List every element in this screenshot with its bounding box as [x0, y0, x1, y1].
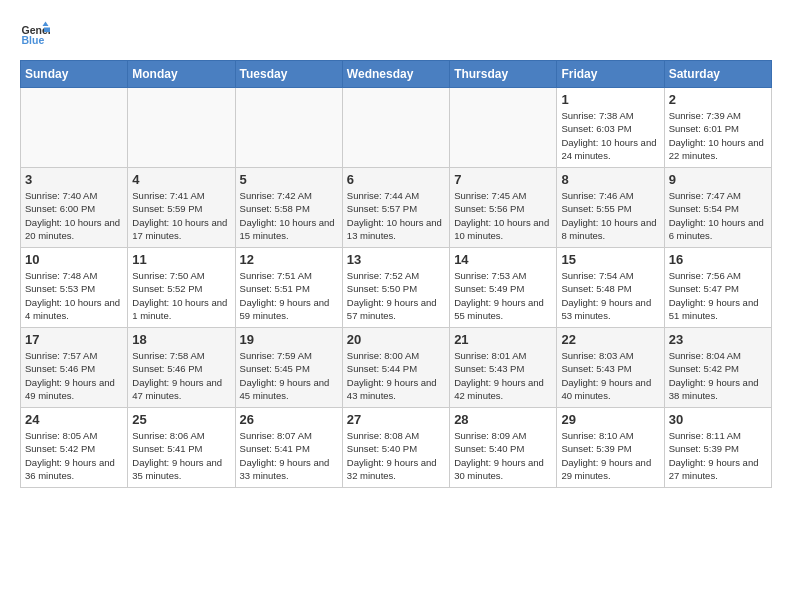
calendar-cell: 12Sunrise: 7:51 AMSunset: 5:51 PMDayligh…	[235, 248, 342, 328]
calendar-cell	[235, 88, 342, 168]
day-info: Sunrise: 8:05 AMSunset: 5:42 PMDaylight:…	[25, 429, 123, 482]
day-number: 11	[132, 252, 230, 267]
day-number: 6	[347, 172, 445, 187]
calendar-week-3: 17Sunrise: 7:57 AMSunset: 5:46 PMDayligh…	[21, 328, 772, 408]
logo-icon: General Blue	[20, 20, 50, 50]
day-info: Sunrise: 8:01 AMSunset: 5:43 PMDaylight:…	[454, 349, 552, 402]
day-number: 16	[669, 252, 767, 267]
day-info: Sunrise: 7:53 AMSunset: 5:49 PMDaylight:…	[454, 269, 552, 322]
day-info: Sunrise: 7:44 AMSunset: 5:57 PMDaylight:…	[347, 189, 445, 242]
day-info: Sunrise: 7:57 AMSunset: 5:46 PMDaylight:…	[25, 349, 123, 402]
header-sunday: Sunday	[21, 61, 128, 88]
calendar-cell: 2Sunrise: 7:39 AMSunset: 6:01 PMDaylight…	[664, 88, 771, 168]
day-info: Sunrise: 7:47 AMSunset: 5:54 PMDaylight:…	[669, 189, 767, 242]
day-info: Sunrise: 7:54 AMSunset: 5:48 PMDaylight:…	[561, 269, 659, 322]
day-number: 18	[132, 332, 230, 347]
calendar-week-2: 10Sunrise: 7:48 AMSunset: 5:53 PMDayligh…	[21, 248, 772, 328]
header-tuesday: Tuesday	[235, 61, 342, 88]
day-number: 30	[669, 412, 767, 427]
day-number: 29	[561, 412, 659, 427]
calendar-cell: 27Sunrise: 8:08 AMSunset: 5:40 PMDayligh…	[342, 408, 449, 488]
day-info: Sunrise: 7:45 AMSunset: 5:56 PMDaylight:…	[454, 189, 552, 242]
day-number: 1	[561, 92, 659, 107]
day-number: 20	[347, 332, 445, 347]
calendar-cell: 15Sunrise: 7:54 AMSunset: 5:48 PMDayligh…	[557, 248, 664, 328]
day-info: Sunrise: 7:39 AMSunset: 6:01 PMDaylight:…	[669, 109, 767, 162]
day-info: Sunrise: 7:58 AMSunset: 5:46 PMDaylight:…	[132, 349, 230, 402]
day-number: 22	[561, 332, 659, 347]
calendar-cell: 22Sunrise: 8:03 AMSunset: 5:43 PMDayligh…	[557, 328, 664, 408]
day-info: Sunrise: 7:41 AMSunset: 5:59 PMDaylight:…	[132, 189, 230, 242]
day-info: Sunrise: 8:08 AMSunset: 5:40 PMDaylight:…	[347, 429, 445, 482]
calendar-cell	[128, 88, 235, 168]
svg-marker-3	[44, 28, 50, 33]
day-info: Sunrise: 7:59 AMSunset: 5:45 PMDaylight:…	[240, 349, 338, 402]
calendar-cell: 18Sunrise: 7:58 AMSunset: 5:46 PMDayligh…	[128, 328, 235, 408]
day-info: Sunrise: 7:40 AMSunset: 6:00 PMDaylight:…	[25, 189, 123, 242]
day-info: Sunrise: 7:38 AMSunset: 6:03 PMDaylight:…	[561, 109, 659, 162]
calendar-cell: 7Sunrise: 7:45 AMSunset: 5:56 PMDaylight…	[450, 168, 557, 248]
header-wednesday: Wednesday	[342, 61, 449, 88]
day-number: 24	[25, 412, 123, 427]
day-info: Sunrise: 7:51 AMSunset: 5:51 PMDaylight:…	[240, 269, 338, 322]
calendar-cell: 3Sunrise: 7:40 AMSunset: 6:00 PMDaylight…	[21, 168, 128, 248]
day-info: Sunrise: 8:06 AMSunset: 5:41 PMDaylight:…	[132, 429, 230, 482]
calendar-cell	[342, 88, 449, 168]
calendar-cell: 8Sunrise: 7:46 AMSunset: 5:55 PMDaylight…	[557, 168, 664, 248]
header-saturday: Saturday	[664, 61, 771, 88]
calendar-cell: 24Sunrise: 8:05 AMSunset: 5:42 PMDayligh…	[21, 408, 128, 488]
day-number: 12	[240, 252, 338, 267]
svg-text:Blue: Blue	[22, 34, 45, 46]
day-info: Sunrise: 8:09 AMSunset: 5:40 PMDaylight:…	[454, 429, 552, 482]
day-info: Sunrise: 8:10 AMSunset: 5:39 PMDaylight:…	[561, 429, 659, 482]
calendar-cell: 10Sunrise: 7:48 AMSunset: 5:53 PMDayligh…	[21, 248, 128, 328]
calendar-cell: 29Sunrise: 8:10 AMSunset: 5:39 PMDayligh…	[557, 408, 664, 488]
day-number: 7	[454, 172, 552, 187]
day-info: Sunrise: 8:04 AMSunset: 5:42 PMDaylight:…	[669, 349, 767, 402]
calendar-cell: 20Sunrise: 8:00 AMSunset: 5:44 PMDayligh…	[342, 328, 449, 408]
day-number: 26	[240, 412, 338, 427]
calendar-cell: 19Sunrise: 7:59 AMSunset: 5:45 PMDayligh…	[235, 328, 342, 408]
calendar-cell: 16Sunrise: 7:56 AMSunset: 5:47 PMDayligh…	[664, 248, 771, 328]
day-number: 5	[240, 172, 338, 187]
day-info: Sunrise: 7:50 AMSunset: 5:52 PMDaylight:…	[132, 269, 230, 322]
day-number: 14	[454, 252, 552, 267]
day-info: Sunrise: 7:42 AMSunset: 5:58 PMDaylight:…	[240, 189, 338, 242]
day-info: Sunrise: 8:00 AMSunset: 5:44 PMDaylight:…	[347, 349, 445, 402]
day-number: 2	[669, 92, 767, 107]
calendar-cell: 23Sunrise: 8:04 AMSunset: 5:42 PMDayligh…	[664, 328, 771, 408]
calendar-header-row: SundayMondayTuesdayWednesdayThursdayFrid…	[21, 61, 772, 88]
calendar-cell: 5Sunrise: 7:42 AMSunset: 5:58 PMDaylight…	[235, 168, 342, 248]
day-number: 15	[561, 252, 659, 267]
day-number: 25	[132, 412, 230, 427]
calendar-cell: 14Sunrise: 7:53 AMSunset: 5:49 PMDayligh…	[450, 248, 557, 328]
day-info: Sunrise: 7:46 AMSunset: 5:55 PMDaylight:…	[561, 189, 659, 242]
calendar-cell: 28Sunrise: 8:09 AMSunset: 5:40 PMDayligh…	[450, 408, 557, 488]
calendar-cell	[450, 88, 557, 168]
header-thursday: Thursday	[450, 61, 557, 88]
day-info: Sunrise: 7:56 AMSunset: 5:47 PMDaylight:…	[669, 269, 767, 322]
calendar-cell: 1Sunrise: 7:38 AMSunset: 6:03 PMDaylight…	[557, 88, 664, 168]
calendar-cell: 13Sunrise: 7:52 AMSunset: 5:50 PMDayligh…	[342, 248, 449, 328]
day-number: 4	[132, 172, 230, 187]
calendar-cell: 25Sunrise: 8:06 AMSunset: 5:41 PMDayligh…	[128, 408, 235, 488]
calendar-cell: 21Sunrise: 8:01 AMSunset: 5:43 PMDayligh…	[450, 328, 557, 408]
day-info: Sunrise: 8:07 AMSunset: 5:41 PMDaylight:…	[240, 429, 338, 482]
day-number: 23	[669, 332, 767, 347]
day-number: 19	[240, 332, 338, 347]
day-number: 8	[561, 172, 659, 187]
day-number: 3	[25, 172, 123, 187]
calendar-cell: 6Sunrise: 7:44 AMSunset: 5:57 PMDaylight…	[342, 168, 449, 248]
calendar-cell: 30Sunrise: 8:11 AMSunset: 5:39 PMDayligh…	[664, 408, 771, 488]
calendar-week-1: 3Sunrise: 7:40 AMSunset: 6:00 PMDaylight…	[21, 168, 772, 248]
day-number: 13	[347, 252, 445, 267]
calendar-cell: 11Sunrise: 7:50 AMSunset: 5:52 PMDayligh…	[128, 248, 235, 328]
calendar-cell	[21, 88, 128, 168]
day-info: Sunrise: 8:11 AMSunset: 5:39 PMDaylight:…	[669, 429, 767, 482]
day-info: Sunrise: 7:52 AMSunset: 5:50 PMDaylight:…	[347, 269, 445, 322]
day-info: Sunrise: 8:03 AMSunset: 5:43 PMDaylight:…	[561, 349, 659, 402]
header-friday: Friday	[557, 61, 664, 88]
calendar-week-0: 1Sunrise: 7:38 AMSunset: 6:03 PMDaylight…	[21, 88, 772, 168]
header-monday: Monday	[128, 61, 235, 88]
calendar-table: SundayMondayTuesdayWednesdayThursdayFrid…	[20, 60, 772, 488]
